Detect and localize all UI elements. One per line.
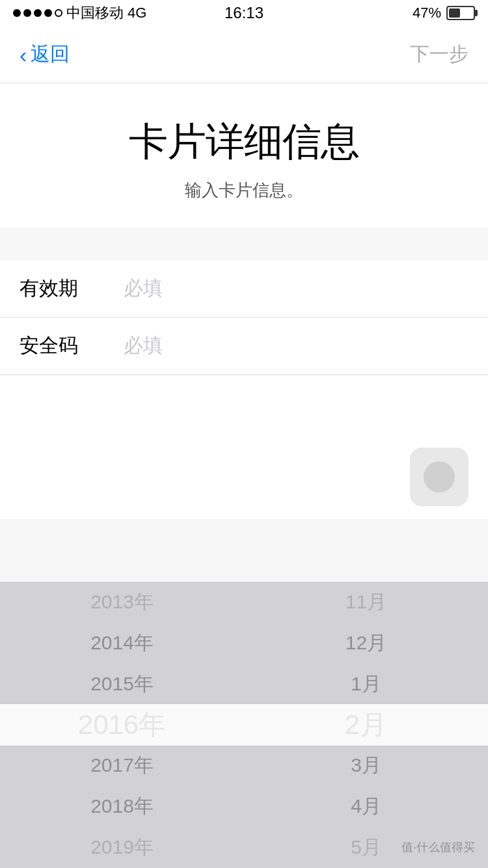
signal-dot-3 — [34, 9, 42, 17]
camera-button[interactable] — [410, 448, 468, 506]
watermark: 值·什么值得买 — [401, 839, 475, 855]
signal-dot-4 — [44, 9, 52, 17]
year-picker-item[interactable]: 2019年 — [0, 827, 244, 868]
next-button[interactable]: 下一步 — [410, 41, 468, 68]
page-title: 卡片详细信息 — [26, 116, 462, 169]
expiry-label: 有效期 — [20, 275, 111, 302]
signal-dot-5 — [55, 9, 62, 17]
year-picker-item[interactable]: 2015年 — [0, 664, 244, 705]
status-time: 16:13 — [224, 4, 264, 22]
form-section: 有效期 必填 安全码 必填 — [0, 260, 488, 375]
back-button[interactable]: ‹ 返回 — [20, 41, 70, 68]
date-picker[interactable]: 2013年2014年2015年2016年2017年2018年2019年 11月1… — [0, 582, 488, 868]
month-picker-item[interactable]: 4月 — [244, 786, 488, 827]
year-picker-item[interactable]: 2013年 — [0, 582, 244, 623]
month-picker-item[interactable]: 11月 — [244, 582, 488, 623]
back-arrow-icon: ‹ — [20, 44, 27, 66]
navigation-bar: ‹ 返回 下一步 — [0, 26, 488, 83]
network-type: 4G — [128, 5, 146, 21]
back-label: 返回 — [31, 41, 70, 68]
year-picker-item[interactable]: 2018年 — [0, 786, 244, 827]
signal-dot-2 — [23, 9, 31, 17]
battery-percentage: 47% — [413, 5, 441, 21]
page-header: 卡片详细信息 输入卡片信息。 — [0, 83, 488, 228]
status-left: 中国移动 4G — [13, 3, 146, 23]
month-picker-item[interactable]: 1月 — [244, 664, 488, 705]
security-row[interactable]: 安全码 必填 — [0, 318, 488, 375]
status-bar: 中国移动 4G 16:13 47% — [0, 0, 488, 26]
year-picker-item[interactable]: 2017年 — [0, 745, 244, 786]
security-input[interactable]: 必填 — [124, 332, 163, 359]
camera-icon — [424, 461, 455, 493]
signal-dot-1 — [13, 9, 21, 17]
battery-icon — [446, 6, 475, 20]
expiry-row[interactable]: 有效期 必填 — [0, 260, 488, 318]
month-picker-item[interactable]: 3月 — [244, 745, 488, 786]
expiry-input[interactable]: 必填 — [124, 275, 163, 302]
signal-dots — [13, 9, 62, 17]
white-area — [0, 376, 488, 519]
page-subtitle: 输入卡片信息。 — [26, 179, 462, 202]
month-picker-item[interactable]: 12月 — [244, 623, 488, 664]
carrier-name: 中国移动 — [66, 3, 124, 23]
picker-selection-highlight — [0, 703, 488, 746]
status-right: 47% — [413, 5, 475, 21]
security-label: 安全码 — [20, 332, 111, 359]
year-picker-item[interactable]: 2014年 — [0, 623, 244, 664]
